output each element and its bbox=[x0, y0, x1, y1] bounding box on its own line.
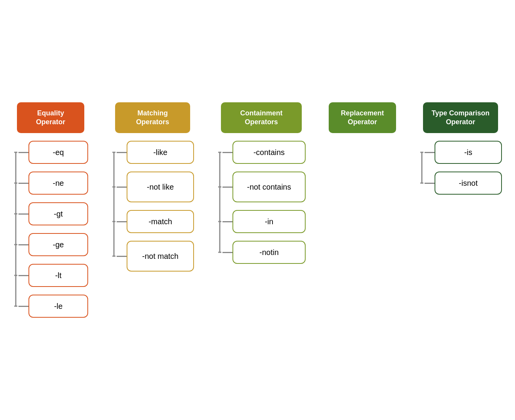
item-matching-0: -like bbox=[127, 141, 194, 164]
item-containment-0: -contains bbox=[232, 141, 306, 164]
item-row: -isnot bbox=[425, 172, 502, 195]
header-replacement: Replacement Operator bbox=[329, 102, 396, 133]
items-containment: -contains-not contains-in-notin bbox=[222, 133, 306, 264]
item-row: -ge bbox=[18, 233, 88, 256]
column-equality: Equality Operator-eq-ne-gt-ge-lt-le bbox=[13, 102, 88, 318]
column-containment: Containment Operators-contains-not conta… bbox=[217, 102, 306, 264]
horizontal-connector bbox=[18, 244, 28, 245]
horizontal-connector bbox=[18, 183, 28, 184]
items-equality: -eq-ne-gt-ge-lt-le bbox=[18, 133, 88, 318]
header-matching: Matching Operators bbox=[115, 102, 190, 133]
item-equality-3: -ge bbox=[28, 233, 88, 256]
horizontal-connector bbox=[222, 221, 232, 222]
item-row: -gt bbox=[18, 202, 88, 225]
diagram: Equality Operator-eq-ne-gt-ge-lt-leMatch… bbox=[0, 87, 515, 333]
horizontal-connector bbox=[222, 152, 232, 153]
horizontal-connector bbox=[117, 256, 127, 257]
item-matching-1: -not like bbox=[127, 172, 194, 202]
item-row: -contains bbox=[222, 141, 306, 164]
vertical-connector bbox=[419, 133, 425, 195]
horizontal-connector bbox=[117, 152, 127, 153]
item-row: -is bbox=[425, 141, 502, 164]
horizontal-connector bbox=[425, 183, 435, 184]
horizontal-connector bbox=[18, 152, 28, 153]
item-row: -le bbox=[18, 295, 88, 318]
column-type: Type Comparison Operator-is-isnot bbox=[419, 102, 502, 195]
item-equality-1: -ne bbox=[28, 172, 88, 195]
item-row: -not contains bbox=[222, 172, 306, 202]
item-containment-2: -in bbox=[232, 210, 306, 233]
vertical-connector bbox=[13, 133, 18, 318]
horizontal-connector bbox=[222, 252, 232, 253]
horizontal-connector bbox=[117, 187, 127, 188]
item-matching-2: -match bbox=[127, 210, 194, 233]
item-equality-4: -lt bbox=[28, 264, 88, 287]
horizontal-connector bbox=[18, 213, 28, 215]
item-containment-1: -not contains bbox=[232, 172, 306, 202]
item-row: -ne bbox=[18, 172, 88, 195]
item-row: -not match bbox=[117, 241, 194, 272]
item-containment-3: -notin bbox=[232, 241, 306, 264]
tree-containment: -contains-not contains-in-notin bbox=[217, 133, 306, 264]
horizontal-connector bbox=[117, 221, 127, 222]
tree-equality: -eq-ne-gt-ge-lt-le bbox=[13, 133, 88, 318]
item-row: -like bbox=[117, 141, 194, 164]
item-matching-3: -not match bbox=[127, 241, 194, 272]
item-row: -match bbox=[117, 210, 194, 233]
item-row: -eq bbox=[18, 141, 88, 164]
column-matching: Matching Operators-like-not like-match-n… bbox=[111, 102, 194, 272]
tree-type: -is-isnot bbox=[419, 133, 502, 195]
horizontal-connector bbox=[425, 152, 435, 153]
item-row: -in bbox=[222, 210, 306, 233]
items-type: -is-isnot bbox=[425, 133, 502, 195]
header-equality: Equality Operator bbox=[17, 102, 84, 133]
item-row: -not like bbox=[117, 172, 194, 202]
tree-matching: -like-not like-match-not match bbox=[111, 133, 194, 272]
item-row: -lt bbox=[18, 264, 88, 287]
horizontal-connector bbox=[18, 275, 28, 276]
header-containment: Containment Operators bbox=[221, 102, 302, 133]
vertical-connector bbox=[111, 133, 117, 272]
vertical-connector bbox=[217, 133, 222, 264]
item-type-1: -isnot bbox=[435, 172, 502, 195]
item-equality-0: -eq bbox=[28, 141, 88, 164]
column-replacement: Replacement Operator bbox=[329, 102, 396, 133]
item-row: -notin bbox=[222, 241, 306, 264]
horizontal-connector bbox=[18, 306, 28, 307]
item-type-0: -is bbox=[435, 141, 502, 164]
horizontal-connector bbox=[222, 187, 232, 188]
item-equality-2: -gt bbox=[28, 202, 88, 225]
item-equality-5: -le bbox=[28, 295, 88, 318]
header-type: Type Comparison Operator bbox=[423, 102, 498, 133]
items-matching: -like-not like-match-not match bbox=[117, 133, 194, 272]
